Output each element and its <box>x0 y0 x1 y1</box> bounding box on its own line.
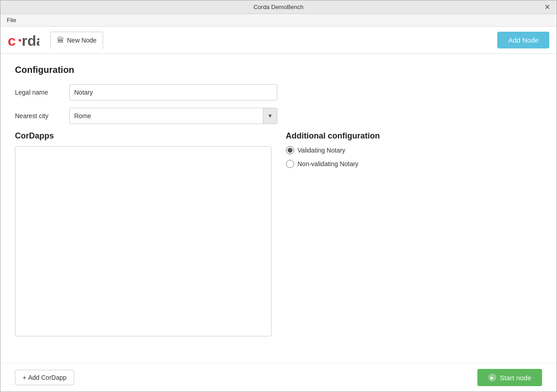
new-node-tab[interactable]: 🏛 New Node <box>50 32 103 49</box>
menu-bar: File <box>0 14 557 27</box>
cordapps-title: CorDapps <box>15 131 271 141</box>
footer: + Add CorDapp ▶ Start node <box>0 363 557 392</box>
start-node-label: Start node <box>500 374 531 382</box>
add-cordapp-label: Add CorDapp <box>28 374 67 381</box>
main-content: Configuration Legal name Nearest city Ro… <box>0 54 557 363</box>
validating-notary-label: Validating Notary <box>298 147 346 154</box>
svg-text:rda: rda <box>22 33 39 49</box>
logo: c rda <box>8 31 39 49</box>
window-title: Corda DemoBench <box>253 4 304 10</box>
menu-file[interactable]: File <box>2 15 21 25</box>
cordapps-list <box>15 146 271 336</box>
additional-config-title: Additional configuration <box>286 131 543 141</box>
legal-name-input[interactable] <box>69 84 277 100</box>
close-button[interactable]: ✕ <box>542 3 553 12</box>
city-select-wrapper: Rome London New York Tokyo Paris ▼ <box>69 108 277 124</box>
non-validating-notary-option[interactable]: Non-validating Notary <box>286 160 543 168</box>
plus-icon: + <box>23 374 26 381</box>
non-validating-notary-radio[interactable] <box>286 160 294 168</box>
two-column-layout: CorDapps Additional configuration Valida… <box>15 131 542 336</box>
nearest-city-label: Nearest city <box>15 112 69 120</box>
svg-point-1 <box>19 39 21 42</box>
nearest-city-row: Nearest city Rome London New York Tokyo … <box>15 108 542 124</box>
notary-type-radio-group: Validating Notary Non-validating Notary <box>286 146 543 168</box>
cordapps-section: CorDapps <box>15 131 271 336</box>
city-select[interactable]: Rome London New York Tokyo Paris <box>69 108 277 124</box>
add-node-button[interactable]: Add Node <box>497 32 549 48</box>
header: c rda 🏛 New Node Add Node <box>0 27 557 54</box>
configuration-section: Configuration Legal name Nearest city Ro… <box>15 65 542 124</box>
configuration-title: Configuration <box>15 65 542 75</box>
tab-label: New Node <box>67 37 96 44</box>
validating-notary-option[interactable]: Validating Notary <box>286 146 543 154</box>
svg-text:c: c <box>8 33 16 49</box>
title-bar: Corda DemoBench ✕ <box>0 0 557 14</box>
non-validating-notary-label: Non-validating Notary <box>298 160 359 167</box>
validating-notary-radio[interactable] <box>286 146 294 154</box>
start-node-button[interactable]: ▶ Start node <box>477 369 542 386</box>
play-icon: ▶ <box>488 373 496 382</box>
corda-logo-svg: c rda <box>8 31 39 49</box>
main-window: Corda DemoBench ✕ File c rda 🏛 New Node … <box>0 0 557 392</box>
legal-name-row: Legal name <box>15 84 542 100</box>
add-cordapp-button[interactable]: + Add CorDapp <box>15 370 74 385</box>
legal-name-label: Legal name <box>15 89 69 96</box>
tab-building-icon: 🏛 <box>57 36 64 44</box>
additional-config-section: Additional configuration Validating Nota… <box>286 131 543 336</box>
